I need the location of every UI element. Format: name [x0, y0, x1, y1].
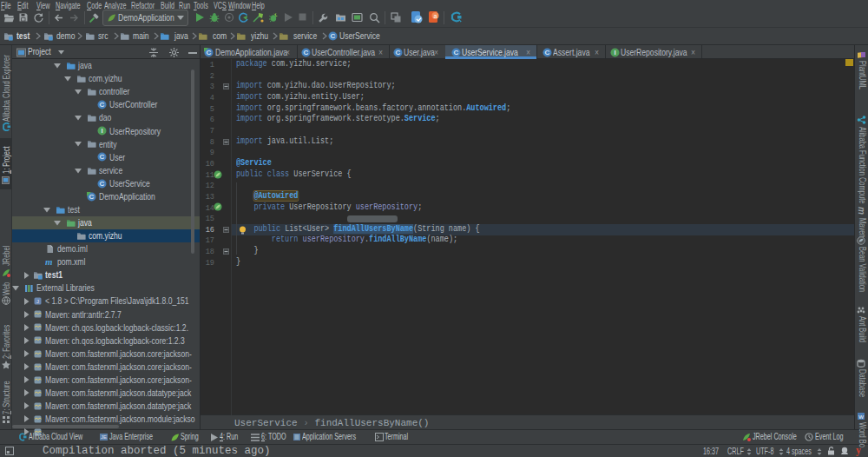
svg-text:m: m — [45, 257, 53, 267]
svg-text:C: C — [89, 193, 95, 201]
svg-text:C: C — [100, 102, 105, 109]
svg-text:J: J — [36, 299, 39, 304]
svg-text:C: C — [545, 49, 550, 56]
svg-text:a: a — [434, 13, 437, 19]
svg-text:I: I — [101, 128, 102, 136]
svg-text:W: W — [858, 414, 864, 420]
svg-text:JE: JE — [101, 434, 107, 440]
svg-text:C: C — [304, 49, 309, 56]
svg-text:C: C — [396, 49, 401, 56]
svg-text:C: C — [207, 49, 212, 56]
svg-text:C: C — [100, 180, 105, 188]
svg-text:C: C — [454, 49, 459, 56]
svg-text:C: C — [331, 32, 336, 40]
svg-text:I: I — [614, 49, 615, 56]
svg-text:C: C — [100, 154, 105, 162]
